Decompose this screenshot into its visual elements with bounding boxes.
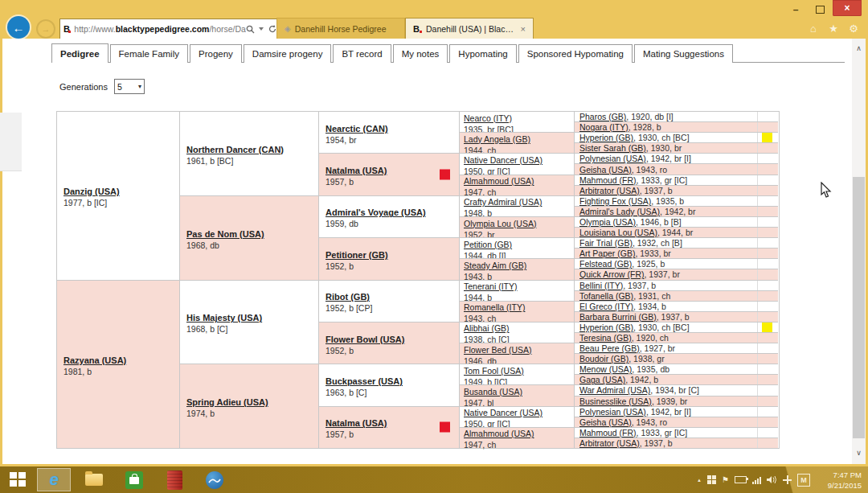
horse-link[interactable]: Nogara (ITY)	[579, 122, 628, 132]
horse-link[interactable]: Boudoir (GB)	[579, 354, 628, 364]
horse-link[interactable]: Nearco (ITY)	[464, 113, 512, 123]
horse-link[interactable]: Ribot (GB)	[326, 292, 370, 302]
horse-link[interactable]: Flower Bowl (USA)	[326, 335, 404, 344]
search-icon[interactable]	[246, 25, 255, 34]
autocomplete-dropdown-icon[interactable]	[259, 27, 264, 31]
horse-link[interactable]: Pharos (GB)	[579, 112, 626, 121]
settings-gear-icon[interactable]: ⚙	[847, 23, 860, 35]
magnifier-icon[interactable]	[783, 475, 792, 484]
horse-link[interactable]: Sister Sarah (GB)	[579, 143, 646, 153]
horse-link[interactable]: Native Dancer (USA)	[464, 408, 542, 417]
horse-link[interactable]: Olympia Lou (USA)	[464, 219, 536, 228]
hidden-icons-icon[interactable]: ▲	[697, 478, 702, 483]
horse-link[interactable]: Businesslike (USA)	[579, 396, 652, 406]
horse-link[interactable]: Gaga (USA)	[579, 375, 625, 384]
horse-link[interactable]: Beau Pere (GB)	[579, 343, 640, 353]
action-center-icon[interactable]	[707, 475, 716, 484]
horse-link[interactable]: Northern Dancer (CAN)	[186, 145, 284, 154]
taskbar-store[interactable]	[117, 468, 151, 491]
restore-button[interactable]	[809, 0, 831, 16]
horse-link[interactable]: Barbara Burrini (GB)	[579, 312, 657, 322]
scrollbar-thumb[interactable]	[853, 177, 865, 438]
input-method-indicator[interactable]: M	[797, 474, 810, 487]
page-tab-hypomating[interactable]: Hypomating	[449, 44, 516, 63]
horse-link[interactable]: Native Dancer (USA)	[464, 155, 542, 165]
horse-link[interactable]: Almahmoud (USA)	[464, 176, 534, 186]
horse-link[interactable]: Admiral's Voyage (USA)	[326, 207, 426, 217]
horse-link[interactable]: El Greco (ITY)	[579, 302, 633, 311]
flag-icon[interactable]: ⚑	[722, 475, 729, 484]
horse-link[interactable]: Alibhai (GB)	[464, 323, 510, 333]
home-icon[interactable]: ⌂	[807, 23, 820, 35]
volume-icon[interactable]	[767, 475, 777, 484]
vertical-scrollbar[interactable]: ∧ ∨	[852, 39, 866, 464]
horse-link[interactable]: Steady Aim (GB)	[464, 261, 526, 270]
horse-link[interactable]: Tenerani (ITY)	[464, 281, 518, 291]
horse-link[interactable]: Teresina (GB)	[579, 333, 632, 343]
page-tab-progeny[interactable]: Progeny	[190, 44, 242, 63]
horse-link[interactable]: Crafty Admiral (USA)	[464, 197, 542, 207]
tab-close-icon[interactable]: ×	[521, 24, 526, 34]
horse-link[interactable]: Fair Trial (GB)	[579, 238, 633, 248]
scroll-down-arrow[interactable]: ∨	[852, 446, 866, 459]
page-tab-damsire-progeny[interactable]: Damsire progeny	[244, 44, 332, 63]
horse-link[interactable]: Olympia (USA)	[579, 217, 636, 227]
taskbar-clock[interactable]: 7:47 PM 9/21/2015	[828, 470, 862, 491]
horse-link[interactable]: Tofanella (GB)	[579, 291, 633, 301]
horse-link[interactable]: Arbitrator (USA)	[579, 438, 640, 448]
horse-link[interactable]: Polynesian (USA)	[579, 154, 646, 163]
horse-link[interactable]: His Majesty (USA)	[186, 313, 262, 323]
horse-link[interactable]: Mahmoud (FR)	[579, 428, 637, 438]
horse-link[interactable]: Louisiana Lou (USA)	[579, 228, 657, 237]
horse-link[interactable]: Romanella (ITY)	[464, 302, 525, 312]
start-button[interactable]	[10, 472, 27, 487]
back-button[interactable]: ←	[7, 16, 30, 39]
page-tab-mating-suggestions[interactable]: Mating Suggestions	[634, 44, 733, 63]
minimize-button[interactable]: –	[784, 0, 807, 16]
taskbar-internet-explorer[interactable]: e	[37, 468, 71, 491]
horse-link[interactable]: Natalma (USA)	[326, 418, 387, 428]
horse-link[interactable]: Hyperion (GB)	[579, 323, 633, 332]
horse-link[interactable]: Arbitrator (USA)	[579, 186, 640, 195]
horse-link[interactable]: Admiral's Lady (USA)	[579, 207, 660, 216]
horse-link[interactable]: Natalma (USA)	[326, 166, 387, 175]
horse-link[interactable]: Danzig (USA)	[63, 187, 120, 196]
battery-icon[interactable]	[735, 476, 747, 483]
scroll-up-arrow[interactable]: ∧	[852, 42, 866, 55]
horse-link[interactable]: Razyana (USA)	[63, 355, 126, 365]
horse-link[interactable]: Flower Bed (USA)	[464, 345, 532, 355]
browser-tab-danehill-usa-blacktype[interactable]: BDanehill (USA) | Blacktype-...×	[405, 18, 534, 39]
taskbar-red-app[interactable]	[158, 468, 191, 491]
horse-link[interactable]: Bellini (ITY)	[579, 281, 623, 290]
close-button[interactable]: ×	[833, 0, 862, 16]
page-tab-female-family[interactable]: Female Family	[110, 44, 188, 63]
horse-link[interactable]: Menow (USA)	[579, 364, 632, 374]
horse-link[interactable]: Busanda (USA)	[464, 387, 522, 396]
browser-tab-danehill-horse-pedigree[interactable]: ◈Danehill Horse Pedigree	[276, 18, 405, 39]
generations-select[interactable]: 5 ▾	[114, 79, 145, 94]
network-icon[interactable]	[752, 476, 761, 484]
horse-link[interactable]: Geisha (USA)	[579, 165, 632, 175]
horse-link[interactable]: Geisha (USA)	[579, 417, 632, 427]
horse-link[interactable]: Hyperion (GB)	[579, 133, 633, 142]
horse-link[interactable]: Lady Angela (GB)	[464, 134, 530, 144]
horse-link[interactable]: Felstead (GB)	[579, 259, 632, 269]
address-bar[interactable]: B http://www.blacktypepedigree.com/horse…	[59, 18, 281, 39]
favorites-star-icon[interactable]: ★	[827, 23, 840, 35]
horse-link[interactable]: War Admiral (USA)	[579, 385, 650, 395]
horse-link[interactable]: Almahmoud (USA)	[464, 429, 534, 438]
horse-link[interactable]: Petitioner (GB)	[326, 250, 388, 260]
horse-link[interactable]: Mahmoud (FR)	[579, 175, 637, 185]
horse-link[interactable]: Tom Fool (USA)	[464, 366, 524, 376]
page-tab-my-notes[interactable]: My notes	[393, 44, 448, 63]
horse-link[interactable]: Buckpasser (USA)	[326, 376, 403, 386]
horse-link[interactable]: Nearctic (CAN)	[326, 124, 388, 134]
horse-link[interactable]: Quick Arrow (FR)	[579, 269, 645, 279]
page-tab-pedigree[interactable]: Pedigree	[51, 43, 108, 63]
horse-link[interactable]: Fighting Fox (USA)	[579, 196, 651, 206]
page-tab-bt-record[interactable]: BT record	[333, 44, 391, 63]
horse-link[interactable]: Petition (GB)	[464, 240, 512, 249]
horse-link[interactable]: Art Paper (GB)	[579, 249, 635, 258]
taskbar-file-explorer[interactable]	[77, 468, 111, 491]
horse-link[interactable]: Polynesian (USA)	[579, 407, 646, 417]
